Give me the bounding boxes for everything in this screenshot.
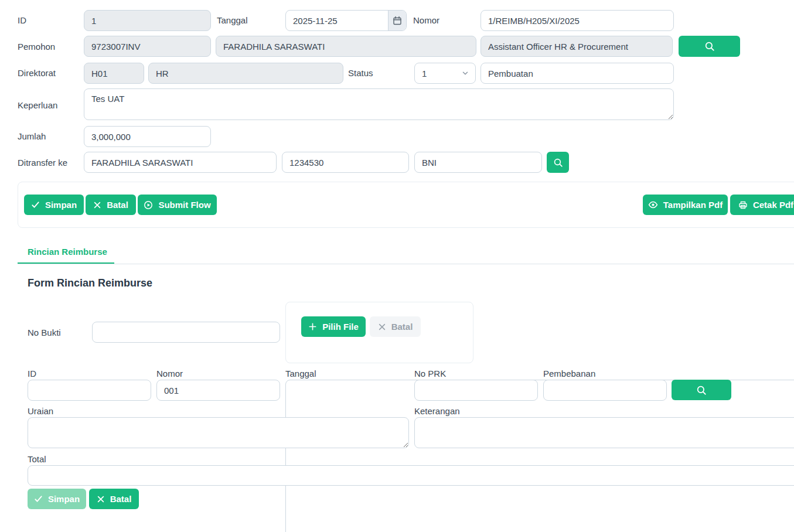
close-icon	[93, 201, 101, 209]
total-input[interactable]	[28, 465, 794, 486]
id-input	[84, 10, 211, 31]
detail-simpan-button-label: Simpan	[48, 494, 80, 504]
uraian-textarea[interactable]	[28, 417, 409, 448]
pemohon-position-input	[481, 36, 673, 57]
detail-pembebanan-label: Pembebanan	[543, 369, 595, 378]
no-bukti-label: No Bukti	[28, 328, 61, 337]
close-icon	[378, 323, 386, 331]
tampilkan-pdf-button[interactable]: Tampilkan Pdf	[643, 195, 728, 215]
status-select[interactable]: 1	[414, 63, 476, 84]
detail-id-label: ID	[28, 369, 36, 378]
detail-batal-button-label: Batal	[110, 494, 132, 504]
transfer-account-input[interactable]	[282, 152, 409, 173]
keterangan-label: Keterangan	[414, 406, 460, 416]
pembebanan-search-button[interactable]	[672, 380, 731, 400]
direktorat-label: Direktorat	[18, 68, 56, 78]
reimburse-form-page: ID Tanggal 2025-11-25 Nomor Pemohon Dire…	[0, 0, 794, 532]
plus-icon	[308, 322, 317, 331]
transfer-name-input[interactable]	[84, 152, 277, 173]
batal-button-label: Batal	[107, 200, 128, 210]
tanggal-datepicker[interactable]: 2025-11-25	[285, 10, 407, 31]
uraian-label: Uraian	[28, 406, 53, 416]
pemohon-label: Pemohon	[18, 42, 55, 52]
pemohon-code-input	[84, 36, 211, 57]
jumlah-input[interactable]	[84, 126, 211, 147]
detail-form-title: Form Rincian Reimburse	[28, 277, 152, 289]
pemohon-name-input	[216, 36, 476, 57]
total-label: Total	[28, 454, 46, 464]
detail-tanggal-input[interactable]	[285, 380, 794, 532]
eye-icon	[648, 200, 658, 210]
upload-batal-button-label: Batal	[391, 322, 413, 332]
no-bukti-input[interactable]	[92, 322, 280, 343]
jumlah-label: Jumlah	[18, 131, 46, 141]
submit-flow-button-label: Submit Flow	[158, 200, 210, 210]
simpan-button-label: Simpan	[45, 200, 77, 210]
direktorat-name-input	[148, 63, 343, 84]
nomor-label: Nomor	[413, 15, 439, 25]
pilih-file-button[interactable]: Pilih File	[301, 316, 366, 337]
check-icon	[34, 495, 43, 503]
keterangan-textarea[interactable]	[414, 417, 794, 448]
status-select-value: 1	[422, 69, 427, 79]
keperluan-textarea[interactable]: Tes UAT	[84, 88, 674, 120]
detail-no-prk-label: No PRK	[414, 369, 446, 378]
detail-nomor-label: Nomor	[156, 369, 183, 378]
pilih-file-button-label: Pilih File	[322, 322, 359, 332]
status-label: Status	[348, 68, 373, 78]
play-circle-icon	[144, 200, 153, 210]
tanggal-value: 2025-11-25	[286, 11, 388, 30]
tab-divider	[18, 264, 794, 264]
tanggal-label: Tanggal	[217, 15, 248, 25]
direktorat-code-input	[84, 63, 144, 84]
upload-batal-button[interactable]: Batal	[370, 316, 421, 337]
tampilkan-pdf-button-label: Tampilkan Pdf	[663, 200, 723, 210]
detail-pembebanan-input[interactable]	[543, 380, 667, 401]
search-icon	[696, 385, 707, 395]
transfer-search-button[interactable]	[547, 152, 569, 173]
chevron-down-icon	[461, 69, 469, 77]
detail-no-prk-input[interactable]	[414, 380, 538, 401]
detail-nomor-input[interactable]	[156, 380, 280, 401]
calendar-icon[interactable]	[388, 11, 406, 30]
id-label: ID	[18, 15, 26, 25]
check-icon	[31, 200, 40, 209]
detail-simpan-button[interactable]: Simpan	[28, 489, 86, 509]
transfer-bank-input[interactable]	[414, 152, 542, 173]
cetak-pdf-button[interactable]: Cetak Pdf	[730, 195, 794, 215]
pemohon-search-button[interactable]	[679, 36, 740, 57]
nomor-input[interactable]	[481, 10, 674, 31]
ditransfer-ke-label: Ditransfer ke	[18, 158, 67, 168]
tab-rincian-reimburse[interactable]: Rincian Reimburse	[28, 247, 107, 257]
submit-flow-button[interactable]: Submit Flow	[138, 195, 217, 215]
printer-icon	[738, 200, 748, 210]
detail-id-input[interactable]	[28, 380, 151, 401]
batal-button[interactable]: Batal	[86, 195, 136, 215]
detail-tanggal-label: Tanggal	[285, 369, 316, 378]
keperluan-label: Keperluan	[18, 100, 57, 110]
close-icon	[97, 495, 105, 503]
search-icon	[553, 158, 563, 168]
status-text-input[interactable]	[481, 63, 674, 84]
detail-batal-button[interactable]: Batal	[89, 489, 139, 509]
search-icon	[704, 41, 715, 52]
simpan-button[interactable]: Simpan	[24, 195, 84, 215]
cetak-pdf-button-label: Cetak Pdf	[753, 200, 793, 210]
